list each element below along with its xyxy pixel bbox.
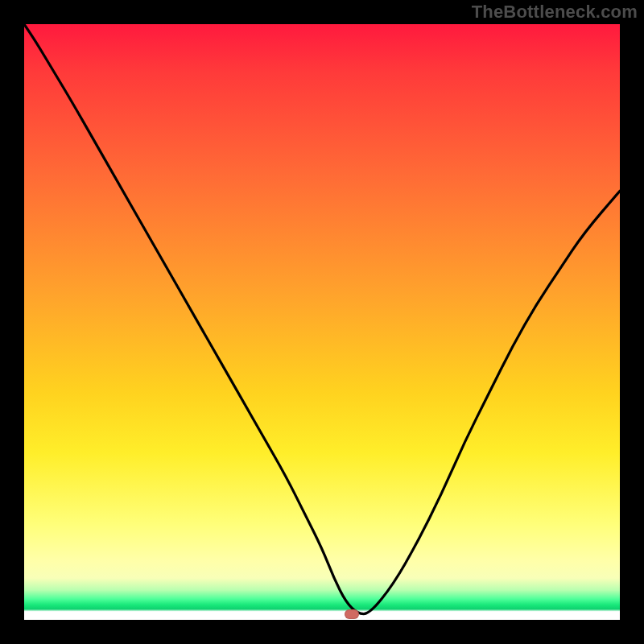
- chart-frame: TheBottleneck.com: [0, 0, 644, 644]
- optimal-marker: [345, 609, 359, 619]
- curve-path: [24, 24, 620, 614]
- plot-area: [24, 24, 620, 620]
- watermark-text: TheBottleneck.com: [472, 2, 638, 23]
- bottleneck-curve: [24, 24, 620, 620]
